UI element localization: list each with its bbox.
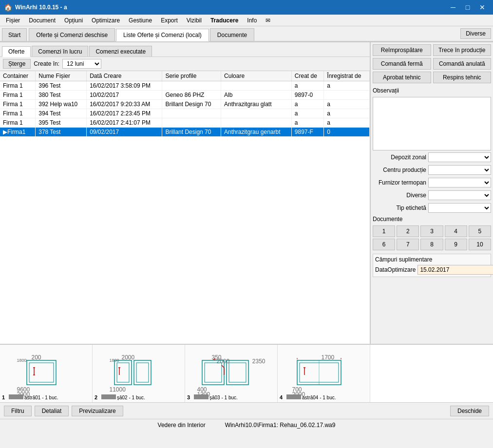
svg-rect-14 bbox=[229, 363, 246, 382]
table-row[interactable]: Firma 1 396 Test 16/02/2017 3:58:09 PM a… bbox=[0, 81, 370, 91]
col-header-nume[interactable]: Nume Fișier bbox=[36, 71, 87, 81]
subtab-comenzi-lucru[interactable]: Comenzi în lucru bbox=[32, 46, 88, 56]
col-header-serie[interactable]: Serie profile bbox=[162, 71, 221, 81]
doc-btn-2[interactable]: 2 bbox=[397, 225, 419, 237]
menu-info[interactable]: Info bbox=[243, 15, 261, 26]
cell-arrow: Firma 1 bbox=[0, 118, 36, 128]
svg-rect-8 bbox=[136, 363, 149, 382]
col-header-inreg[interactable]: Înregistrat de bbox=[324, 71, 370, 81]
col-header-container[interactable]: Container bbox=[0, 71, 36, 81]
maximize-button[interactable]: □ bbox=[461, 2, 474, 12]
cmd-anulata-button[interactable]: Comandă anulată bbox=[433, 58, 492, 70]
preview-item-3[interactable]: 350 2000 2350 400 1300 3 bbox=[185, 345, 278, 402]
cell-creat: 9897-F bbox=[291, 128, 324, 137]
subtab-oferte[interactable]: Oferte bbox=[2, 46, 31, 57]
data-optimizare-input[interactable] bbox=[417, 265, 493, 275]
doc-btn-8[interactable]: 8 bbox=[420, 239, 443, 250]
doc-btn-7[interactable]: 7 bbox=[397, 239, 419, 250]
cell-nume: 395 Test bbox=[36, 118, 87, 128]
data-table-wrap[interactable]: Container Nume Fișier Dată Creare Serie … bbox=[0, 71, 370, 344]
title-bar: 🏠 WinArhi 10.0.15 - a ─ □ ✕ bbox=[0, 0, 493, 15]
filtru-button[interactable]: Filtru bbox=[4, 406, 32, 416]
menu-gestiune[interactable]: Gestiune bbox=[125, 15, 156, 26]
depozit-zonal-select[interactable] bbox=[428, 152, 491, 162]
col-header-creat[interactable]: Creat de bbox=[291, 71, 324, 81]
svg-rect-1 bbox=[29, 363, 54, 382]
cell-nume: 380 Test bbox=[36, 91, 87, 100]
deschide-button[interactable]: Deschide bbox=[450, 406, 489, 416]
cell-serie: Geneo 86 PHZ bbox=[162, 91, 221, 100]
cell-data: 16/02/2017 2:41:07 PM bbox=[87, 118, 162, 128]
preview-item-2[interactable]: 2000 1800 11000 2 șă02 - 1 buc. bbox=[93, 345, 185, 402]
period-select[interactable]: 12 luni 6 luni 3 luni 1 luni All bbox=[62, 59, 101, 69]
menu-fisier[interactable]: Fișier bbox=[2, 15, 24, 26]
doc-btn-9[interactable]: 9 bbox=[445, 239, 467, 250]
preview-item-4[interactable]: 1700 700 2000 4 astră04 - 1 buc. bbox=[278, 345, 370, 402]
menu-document[interactable]: Document bbox=[25, 15, 59, 26]
col-header-data[interactable]: Dată Creare bbox=[87, 71, 162, 81]
doc-btn-4[interactable]: 4 bbox=[445, 225, 467, 237]
detaliat-button[interactable]: Detaliat bbox=[35, 406, 69, 416]
furnizor-label: Furnizor termopan bbox=[373, 179, 426, 186]
preview-label-4: astră04 - 1 buc. bbox=[286, 394, 336, 400]
tip-eticheta-select[interactable] bbox=[428, 203, 491, 213]
furnizor-termopan-select[interactable] bbox=[428, 178, 491, 187]
menu-export[interactable]: Export bbox=[157, 15, 182, 26]
preview-label-2: șă02 - 1 buc. bbox=[101, 394, 145, 400]
right-panel: Reîmprospătare Trece în producție Comand… bbox=[370, 42, 493, 344]
subtab-comenzi-executate[interactable]: Comenzi executate bbox=[89, 46, 152, 56]
centru-productie-select[interactable] bbox=[428, 165, 491, 175]
minimize-button[interactable]: ─ bbox=[446, 2, 460, 12]
previzualizare-button[interactable]: Previzualizare bbox=[72, 406, 123, 416]
cell-nume: 394 Test bbox=[36, 109, 87, 118]
tab-liste-oferte[interactable]: Liste Oferte și Comenzi (local) bbox=[116, 29, 209, 41]
sterge-button[interactable]: Șterge bbox=[3, 59, 31, 69]
aprobat-button[interactable]: Aprobat tehnic bbox=[373, 72, 431, 83]
tab-oferte-comenzi[interactable]: Oferte și Comenzi deschise bbox=[29, 28, 115, 41]
cell-arrow: Firma 1 bbox=[0, 81, 36, 91]
menu-optimizare[interactable]: Optimizare bbox=[88, 15, 124, 26]
cmd-ferma-button[interactable]: Comandă fermă bbox=[373, 58, 431, 70]
left-panel: Oferte Comenzi în lucru Comenzi executat… bbox=[0, 42, 370, 344]
doc-buttons-grid: 1 2 3 4 5 6 7 8 9 10 bbox=[373, 225, 491, 250]
cell-data: 10/02/2017 bbox=[87, 91, 162, 100]
menu-email[interactable]: ✉ bbox=[262, 15, 274, 26]
table-row[interactable]: Firma 1 380 Test 10/02/2017 Geneo 86 PHZ… bbox=[0, 91, 370, 100]
doc-btn-3[interactable]: 3 bbox=[420, 225, 443, 237]
col-header-culoare[interactable]: Culoare bbox=[221, 71, 292, 81]
filter-create-label: Create în: bbox=[34, 60, 59, 67]
preview-item-1[interactable]: 200 1800 9600 2000 1 astră01 - 1 buc. bbox=[0, 345, 93, 402]
diverse-button[interactable]: Diverse bbox=[460, 28, 491, 39]
respins-button[interactable]: Respins tehnic bbox=[433, 72, 492, 83]
status-left: Vedere din Interior bbox=[158, 422, 206, 429]
cell-culoare: Anthrazitgrau glatt bbox=[221, 100, 292, 109]
preview-area: 200 1800 9600 2000 1 astră01 - 1 buc. bbox=[0, 344, 493, 402]
table-row[interactable]: Firma 1 394 Test 16/02/2017 2:23:45 PM a… bbox=[0, 109, 370, 118]
tab-start[interactable]: Start bbox=[2, 28, 27, 41]
svg-rect-11 bbox=[202, 360, 224, 385]
table-row[interactable]: Firma 1 395 Test 16/02/2017 2:41:07 PM a… bbox=[0, 118, 370, 128]
diverse-field-select[interactable] bbox=[428, 190, 491, 200]
doc-btn-10[interactable]: 10 bbox=[469, 239, 491, 250]
reimp-button[interactable]: Reîmprospătare bbox=[373, 44, 431, 56]
cell-data: 09/02/2017 bbox=[87, 128, 162, 137]
menu-vizibil[interactable]: Vizibil bbox=[183, 15, 206, 26]
app-icon: 🏠 bbox=[4, 3, 12, 11]
doc-btn-5[interactable]: 5 bbox=[469, 225, 491, 237]
doc-btn-6[interactable]: 6 bbox=[373, 239, 395, 250]
trece-button[interactable]: Trece în producție bbox=[433, 44, 492, 56]
preview-label-3: șă03 - 1 buc. bbox=[194, 394, 238, 400]
cell-culoare: Anthrazitgrau genarbt bbox=[221, 128, 292, 137]
status-right: WinArhi10.0\Firma1: Rehau_06.02.17.wa9 bbox=[225, 422, 336, 429]
table-row[interactable]: ▶Firma1 378 Test 09/02/2017 Brillant Des… bbox=[0, 128, 370, 137]
cell-serie bbox=[162, 109, 221, 118]
cell-arrow: ▶Firma1 bbox=[0, 128, 36, 137]
table-row[interactable]: Firma 1 392 Help wa10 16/02/2017 9:20:33… bbox=[0, 100, 370, 109]
tab-documente[interactable]: Documente bbox=[210, 28, 254, 41]
obs-textarea[interactable] bbox=[373, 97, 491, 150]
doc-btn-1[interactable]: 1 bbox=[373, 225, 395, 237]
bottom-toolbar: Filtru Detaliat Previzualizare Deschide bbox=[0, 402, 493, 419]
close-button[interactable]: ✕ bbox=[475, 2, 489, 12]
menu-traducere[interactable]: Traducere bbox=[207, 15, 242, 26]
menu-optiuni[interactable]: Opțiuni bbox=[60, 15, 87, 26]
